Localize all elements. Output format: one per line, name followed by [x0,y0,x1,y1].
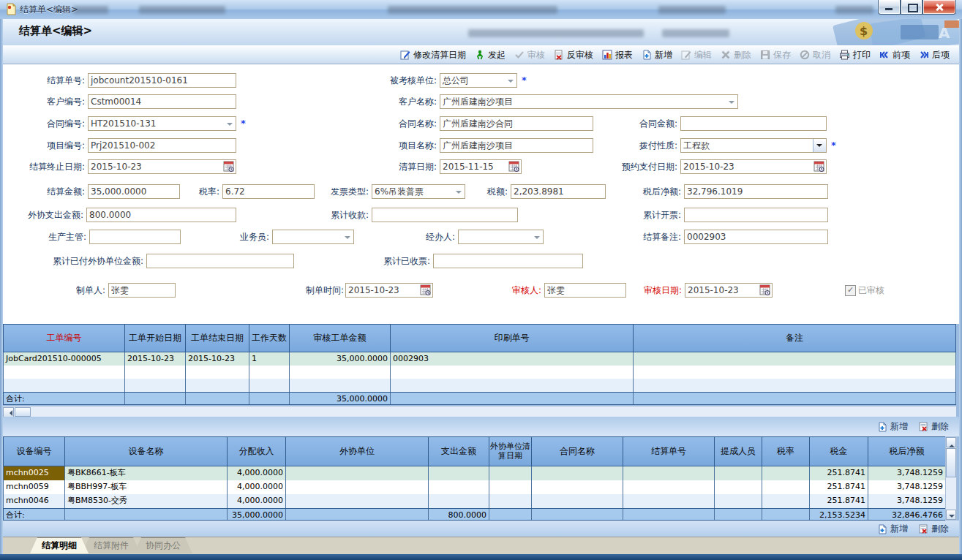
settle-remark-input[interactable]: 0002903 [684,230,828,244]
scrollbar-thumb[interactable] [946,448,956,477]
accumulated-invoiced-input[interactable] [684,208,828,222]
chevron-down-icon[interactable] [729,101,734,107]
customer-no-input[interactable]: Cstm00014 [88,94,236,109]
tax-rate-input[interactable]: 6.72 [222,184,315,199]
column-header[interactable]: 外协单位清算日期 [489,437,532,466]
tax-amount-input[interactable]: 2,203.8981 [511,184,606,199]
previous-item-button[interactable]: 前项 [876,47,914,63]
calendar-icon[interactable] [759,284,771,298]
equipment-delete-button[interactable]: 删除 [918,420,949,433]
calendar-icon[interactable] [508,161,520,174]
net-after-tax-input[interactable]: 32,796.1019 [684,184,828,199]
project-no-input[interactable]: Prj201510-002 [88,138,236,153]
modify-liquidation-date-button[interactable]: 修改清算日期 [397,47,470,63]
column-header[interactable]: 工单开始日期 [125,325,186,352]
footer-add-button[interactable]: 新增 [877,523,908,535]
column-header[interactable]: 结算单号 [623,437,715,466]
cancel-button[interactable]: 取消 [796,47,834,63]
received-invoices-total-input[interactable] [433,254,583,268]
equipment-row[interactable]: mchn0046 粤BM8530-交秀 4,000.0000 251.8741 … [3,494,945,508]
column-header[interactable]: 工单编号 [4,325,125,352]
column-header[interactable]: 税率 [762,437,810,466]
report-button[interactable]: 报表 [598,47,636,63]
column-header[interactable]: 税金 [810,437,868,466]
calendar-icon[interactable] [223,161,235,174]
assessed-unit-dropdown[interactable]: 总公司 [440,73,517,88]
project-name-input[interactable]: 广州盾建南沙项目 [440,138,593,153]
chevron-down-icon[interactable] [345,236,350,242]
column-header[interactable]: 税后净额 [868,437,946,466]
outsourcing-expense-input[interactable]: 800.0000 [86,208,236,222]
column-header[interactable]: 设备名称 [65,437,228,466]
handler-dropdown[interactable] [458,230,544,244]
chevron-down-icon[interactable] [227,123,233,129]
equipment-row[interactable]: mchn0059 粤BBH997-板车 4,000.0000 251.8741 … [3,480,945,494]
creator-input[interactable]: 张雯 [108,283,176,298]
column-header[interactable]: 印刷单号 [391,325,634,352]
invoice-type-dropdown[interactable]: 6%吊装普票 [372,184,465,199]
create-time-input[interactable]: 2015-10-23 [345,283,433,298]
new-button[interactable]: 新增 [638,47,676,63]
paid-outsourcing-total-input[interactable] [146,254,294,268]
workorder-row-selected[interactable]: JobCard201510-000005 2015-10-23 2015-10-… [3,352,956,366]
column-header[interactable]: 工单结束日期 [186,325,249,352]
calendar-icon[interactable] [420,284,432,298]
reserved-pay-date-input[interactable]: 2015-10-23 [680,159,827,174]
accumulated-receipts-input[interactable] [372,208,518,222]
tab-collaboration[interactable]: 协同办公 [134,537,192,553]
column-header[interactable]: 合同名称 [532,437,623,466]
delete-button[interactable]: 删除 [717,47,755,63]
column-header[interactable]: 外协单位 [286,437,429,466]
column-header[interactable]: 备注 [634,325,956,352]
unaudit-button[interactable]: 反审核 [550,47,597,63]
settle-amount-input[interactable]: 35,000.0000 [88,184,180,199]
column-header[interactable]: 设备编号 [4,437,65,466]
audit-date-input[interactable]: 2015-10-23 [685,283,773,298]
contract-name-input[interactable]: 广州盾建南沙合同 [440,116,593,131]
close-button[interactable] [922,0,956,15]
calendar-icon[interactable] [813,161,825,174]
scroll-left-button[interactable] [3,407,14,417]
workorder-row-empty[interactable] [3,366,956,379]
column-header[interactable]: 支出金额 [429,437,489,466]
contract-no-dropdown[interactable]: HT201510-131 [88,116,236,131]
contract-amount-input[interactable] [680,116,827,131]
minimize-button[interactable] [878,0,901,15]
tab-settlement-detail[interactable]: 结算明细 [30,537,89,553]
settlement-no-input[interactable]: jobcount201510-0161 [88,73,236,88]
edit-button[interactable]: 编辑 [677,47,715,63]
chevron-down-icon[interactable] [508,80,514,86]
vertical-scrollbar[interactable] [945,436,957,521]
footer-delete-button[interactable]: 删除 [918,523,949,535]
column-header[interactable]: 审核工单金额 [290,325,391,352]
chevron-down-icon[interactable] [456,191,462,197]
production-manager-input[interactable] [89,230,181,244]
payment-nature-combobox[interactable]: 工程款 [680,138,827,153]
auditor-input[interactable]: 张雯 [544,283,626,298]
horizontal-scrollbar[interactable] [3,406,956,417]
audit-button[interactable]: 审核 [511,47,549,63]
save-button[interactable]: 保存 [756,47,794,63]
audited-checkbox[interactable]: ✓ [845,285,856,296]
settle-end-date-input[interactable]: 2015-10-23 [88,159,236,174]
equipment-add-button[interactable]: 新增 [877,420,908,433]
chevron-down-icon[interactable] [534,236,540,242]
next-item-button[interactable]: 后项 [915,47,953,63]
tab-settlement-attachment[interactable]: 结算附件 [82,537,140,553]
scroll-down-button[interactable] [946,510,956,520]
salesman-dropdown[interactable] [272,230,354,244]
column-header[interactable]: 工作天数 [249,325,290,352]
initiate-button[interactable]: 发起 [471,47,509,63]
scroll-up-button[interactable] [946,437,956,447]
scrollbar-thumb[interactable] [15,407,31,417]
dropdown-button[interactable] [813,139,826,152]
column-header[interactable]: 提成人员 [715,437,762,466]
workorder-row-empty[interactable] [3,379,956,392]
maximize-button[interactable] [901,0,922,15]
print-button[interactable]: 打印 [835,47,874,63]
equipment-row-selected[interactable]: mchn0025 粤BK8661-板车 4,000.0000 251.8741 … [3,466,945,480]
customer-name-dropdown[interactable]: 广州盾建南沙项目 [440,94,738,109]
paid-outsourcing-total-label: 累计已付外协单位金额: [6,254,143,268]
liquidation-date-input[interactable]: 2015-11-15 [440,159,522,174]
column-header[interactable]: 分配收入 [228,437,286,466]
